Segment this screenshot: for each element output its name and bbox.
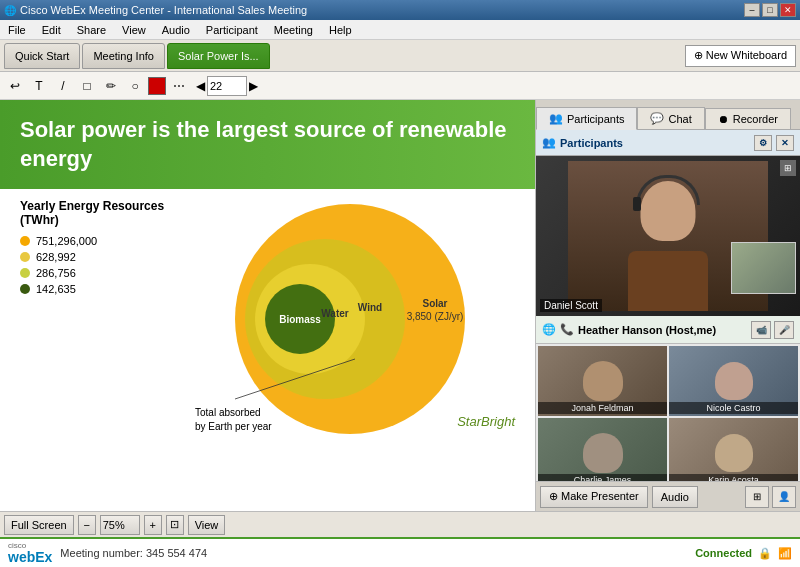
svg-text:Wind: Wind (358, 302, 382, 313)
legend-dot-3 (20, 284, 30, 294)
right-panel: 👥 Participants 💬 Chat ⏺ Recorder 👥 Parti… (535, 100, 800, 511)
thumbnail-overlay (731, 242, 796, 294)
zoom-out-button[interactable]: − (78, 515, 96, 535)
menu-share[interactable]: Share (73, 22, 110, 38)
panel-tabs: 👥 Participants 💬 Chat ⏺ Recorder (536, 100, 800, 130)
svg-text:Biomass: Biomass (279, 314, 321, 325)
more-tools[interactable]: ⋯ (168, 75, 190, 97)
menu-view[interactable]: View (118, 22, 150, 38)
chart-legend: Yearly Energy Resources (TWhr) 751,296,0… (20, 199, 175, 439)
menu-audio[interactable]: Audio (158, 22, 194, 38)
add-participant-button[interactable]: 👤 (772, 486, 796, 508)
menu-bar: File Edit Share View Audio Participant M… (0, 20, 800, 40)
new-whiteboard-button[interactable]: ⊕ New Whiteboard (685, 45, 796, 67)
tab-recorder[interactable]: ⏺ Recorder (705, 108, 791, 129)
host-row: 🌐 📞 Heather Hanson (Host,me) 📹 🎤 (536, 316, 800, 344)
font-size-input[interactable] (207, 76, 247, 96)
participant-karin[interactable]: Karin Acosta (669, 418, 798, 481)
chart-annotation: Total absorbedby Earth per year (195, 406, 272, 434)
menu-file[interactable]: File (4, 22, 30, 38)
settings-icon[interactable]: ⚙ (754, 135, 772, 151)
webex-text: webEx (8, 550, 52, 564)
menu-help[interactable]: Help (325, 22, 356, 38)
expand-video-button[interactable]: ⊞ (780, 160, 796, 176)
participant-jonah[interactable]: Jonah Feldman (538, 346, 667, 416)
presentation-area: Solar power is the largest source of ren… (0, 100, 535, 511)
svg-text:Solar: Solar (422, 298, 447, 309)
main-content: Solar power is the largest source of ren… (0, 100, 800, 511)
participant-nicole[interactable]: Nicole Castro (669, 346, 798, 416)
audio-button[interactable]: Audio (652, 486, 698, 508)
legend-dot-2 (20, 268, 30, 278)
participants-header-icons: ⚙ ✕ (754, 135, 794, 151)
svg-text:Water: Water (321, 308, 349, 319)
close-button[interactable]: ✕ (780, 3, 796, 17)
legend-value-3: 142,635 (36, 283, 76, 295)
fullscreen-button[interactable]: Full Screen (4, 515, 74, 535)
participant-nicole-name: Nicole Castro (669, 402, 798, 414)
zoom-level: 75% (100, 515, 140, 535)
status-bar: cisco webEx Meeting number: 345 554 474 … (0, 537, 800, 567)
host-call-icon: 📞 (560, 323, 574, 336)
participants-header-label: Participants (560, 137, 623, 149)
grid-view-button[interactable]: ⊞ (745, 486, 769, 508)
line-tool[interactable]: / (52, 75, 74, 97)
make-presenter-button[interactable]: ⊕ Make Presenter (540, 486, 648, 508)
tab-meeting-info[interactable]: Meeting Info (82, 43, 165, 69)
status-right: Connected 🔒 📶 (695, 547, 792, 560)
participant-charlie-name: Charlie James (538, 474, 667, 481)
host-mic-button[interactable]: 🎤 (774, 321, 794, 339)
maximize-button[interactable]: □ (762, 3, 778, 17)
tab-quick-start[interactable]: Quick Start (4, 43, 80, 69)
grid-view-icons: ⊞ 👤 (745, 486, 796, 508)
participants-icon2: 👥 (542, 136, 556, 149)
bottom-toolbar: Full Screen − 75% + ⊡ View (0, 511, 800, 537)
tab-participants[interactable]: 👥 Participants (536, 107, 637, 130)
chart-area: Biomass Water Wind Solar 3,850 (ZJ/yr) T… (195, 199, 515, 439)
meeting-number-label: Meeting number: 345 554 474 (60, 547, 207, 559)
tab-chat[interactable]: 💬 Chat (637, 107, 704, 129)
fit-page-button[interactable]: ⊡ (166, 515, 184, 535)
main-video-area: Daniel Scott ⊞ (536, 156, 800, 316)
legend-dot-1 (20, 252, 30, 262)
chart-title: Yearly Energy Resources (TWhr) (20, 199, 175, 227)
color-swatch[interactable] (148, 77, 166, 95)
arrow-left: ◀ (196, 79, 205, 93)
participant-grid: Jonah Feldman Nicole Castro Charlie Jame… (536, 344, 800, 481)
legend-item-3: 142,635 (20, 283, 175, 295)
recorder-icon: ⏺ (718, 113, 729, 125)
draw-toolbar: ↩ T / □ ✏ ○ ⋯ ◀ ▶ (0, 72, 800, 100)
participants-icon: 👥 (549, 112, 563, 125)
arrow-right: ▶ (249, 79, 258, 93)
view-button[interactable]: View (188, 515, 226, 535)
host-video-button[interactable]: 📹 (751, 321, 771, 339)
lock-icon: 🔒 (758, 547, 772, 560)
main-video-name: Daniel Scott (540, 299, 602, 312)
chat-icon: 💬 (650, 112, 664, 125)
meeting-number-value: 345 554 474 (146, 547, 207, 559)
legend-item-1: 628,992 (20, 251, 175, 263)
panel-action-bar: ⊕ Make Presenter Audio ⊞ 👤 (536, 481, 800, 511)
menu-edit[interactable]: Edit (38, 22, 65, 38)
zoom-in-button[interactable]: + (144, 515, 162, 535)
menu-participant[interactable]: Participant (202, 22, 262, 38)
legend-value-1: 628,992 (36, 251, 76, 263)
tab-solar-power[interactable]: Solar Power Is... (167, 43, 270, 69)
participant-charlie[interactable]: Charlie James (538, 418, 667, 481)
recorder-tab-label: Recorder (733, 113, 778, 125)
minimize-button[interactable]: – (744, 3, 760, 17)
title-bar-left: 🌐 Cisco WebEx Meeting Center - Internati… (4, 4, 307, 16)
rect-tool[interactable]: □ (76, 75, 98, 97)
participant-charlie-video (538, 418, 667, 481)
undo-tool[interactable]: ↩ (4, 75, 26, 97)
host-icons: 📹 🎤 (751, 321, 794, 339)
host-online-icon: 🌐 (542, 323, 556, 336)
close-panel-icon[interactable]: ✕ (776, 135, 794, 151)
network-icon: 📶 (778, 547, 792, 560)
menu-meeting[interactable]: Meeting (270, 22, 317, 38)
main-video-bg (536, 156, 800, 316)
legend-value-2: 286,756 (36, 267, 76, 279)
pen-tool[interactable]: ✏ (100, 75, 122, 97)
text-tool[interactable]: T (28, 75, 50, 97)
ellipse-tool[interactable]: ○ (124, 75, 146, 97)
